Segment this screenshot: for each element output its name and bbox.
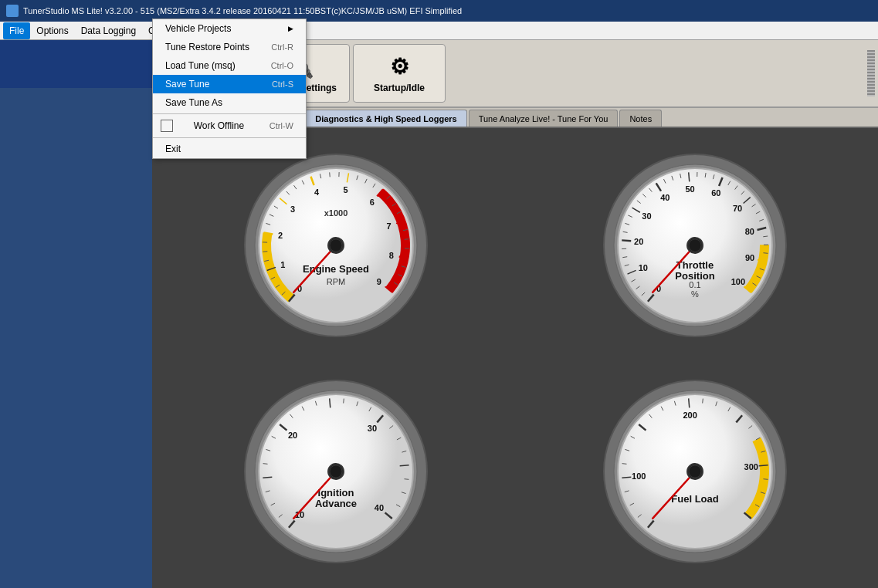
svg-text:2: 2 [278,231,283,240]
svg-line-181 [763,478,768,479]
svg-text:5: 5 [343,185,347,194]
gauge-engine-speed-container: 0123456789 x1000 Engine Speed RPM [160,136,511,354]
menu-item-save-tune[interactable]: Save Tune Ctrl-S [153,75,306,93]
gauge-fuel-load-container: 100200300 Fuel Load [519,362,870,580]
title-text: TunerStudio MS Lite! v3.2.00 - 515 (MS2/… [23,6,462,15]
svg-line-171 [688,398,689,407]
svg-text:50: 50 [685,184,694,194]
menu-separator [153,113,306,114]
menu-file[interactable]: File [3,22,30,39]
svg-text:0.1: 0.1 [689,280,700,289]
svg-line-144 [399,465,408,465]
svg-text:20: 20 [287,431,297,440]
blue-panel [0,40,152,88]
svg-text:90: 90 [745,253,754,262]
svg-text:3: 3 [290,204,295,214]
main-content: 0123456789 x1000 Engine Speed RPM [152,128,878,588]
svg-text:%: % [691,289,699,299]
svg-text:RPM: RPM [326,277,344,286]
gauge-ignition-svg: 10203040 Ignition Advance [243,379,429,564]
svg-text:80: 80 [744,227,754,236]
svg-line-145 [404,478,408,479]
svg-line-127 [263,463,267,464]
menu-item-vehicle-projects[interactable]: Vehicle Projects [153,19,306,38]
toolbar-grip[interactable] [867,50,875,96]
svg-text:Fuel Load: Fuel Load [671,493,718,505]
gauge-ignition: 10203040 Ignition Advance [243,379,429,564]
svg-point-55 [330,239,342,252]
svg-line-136 [343,398,344,403]
svg-text:8: 8 [388,250,393,259]
svg-text:10: 10 [638,262,647,272]
menu-item-exit[interactable]: Exit [153,140,306,158]
svg-text:40: 40 [374,502,383,512]
svg-text:4: 4 [314,188,319,197]
startup-idle-label: Startup/Idle [374,83,425,93]
svg-text:100: 100 [731,276,744,286]
svg-text:Ignition: Ignition [317,487,354,498]
svg-line-163 [622,463,626,464]
svg-line-102 [763,252,768,253]
menu-item-work-offline[interactable]: Work Offline Ctrl-W [153,116,306,136]
menu-separator-2 [153,137,306,138]
tab-diagnostics[interactable]: Diagnostics & High Speed Loggers [305,110,466,127]
gauges-grid: 0123456789 x1000 Engine Speed RPM [152,128,878,588]
svg-text:60: 60 [711,188,720,198]
svg-point-117 [689,239,701,252]
svg-text:30: 30 [642,211,651,221]
svg-text:7: 7 [386,221,391,231]
startup-icon: ⚙ [390,54,409,79]
svg-line-84 [688,172,689,181]
menu-item-save-tune-as[interactable]: Save Tune As [153,93,306,112]
svg-text:x1000: x1000 [324,208,347,218]
svg-line-40 [404,238,408,239]
startup-idle-button[interactable]: ⚙ Startup/Idle [353,44,446,103]
svg-point-189 [689,465,701,478]
title-bar: TunerStudio MS Lite! v3.2.00 - 515 (MS2/… [0,0,878,22]
left-panel [0,40,152,588]
app-icon [6,5,19,17]
svg-line-162 [622,477,631,478]
svg-line-10 [263,251,267,252]
svg-line-172 [702,398,703,403]
svg-text:100: 100 [632,471,646,481]
svg-line-25 [329,172,330,177]
gauge-throttle-svg: 0102030405060708090100 Throttle Position… [602,153,788,338]
gauge-fuel-load-svg: 100200300 Fuel Load [602,379,788,564]
svg-text:200: 200 [683,411,697,420]
toolbar-end [867,44,875,103]
gauge-ignition-container: 10203040 Ignition Advance [160,362,511,580]
svg-text:30: 30 [367,424,376,433]
svg-point-154 [330,465,342,478]
gauge-throttle-container: 0102030405060708090100 Throttle Position… [519,136,870,354]
svg-text:300: 300 [744,461,758,471]
svg-text:Advance: Advance [314,498,356,509]
svg-line-135 [329,398,330,407]
menu-item-tune-restore[interactable]: Tune Restore Points Ctrl-R [153,38,306,56]
menu-options[interactable]: Options [30,22,74,39]
gauge-fuel-load: 100200300 Fuel Load [602,379,788,564]
gauge-throttle: 0102030405060708090100 Throttle Position… [602,153,788,338]
file-dropdown-menu: Vehicle Projects Tune Restore Points Ctr… [152,19,307,159]
tab-notes[interactable]: Notes [619,110,662,127]
svg-text:Engine Speed: Engine Speed [303,263,369,275]
svg-line-69 [622,240,631,241]
svg-line-126 [263,477,272,478]
gauge-engine-speed: 0123456789 x1000 Engine Speed RPM [243,153,429,338]
gauge-engine-speed-svg: 0123456789 x1000 Engine Speed RPM [243,153,429,338]
svg-line-180 [758,465,768,465]
menu-data-logging[interactable]: Data Logging [75,22,142,39]
svg-text:9: 9 [376,276,381,286]
svg-text:1: 1 [280,259,285,269]
menu-bar: File Options Data Logging Communications… [0,22,878,40]
svg-text:70: 70 [732,204,741,213]
svg-text:6: 6 [369,198,374,207]
menu-item-load-tune[interactable]: Load Tune (msq) Ctrl-O [153,56,306,75]
svg-text:40: 40 [660,193,670,202]
tab-tune-analyze[interactable]: Tune Analyze Live! - Tune For You [469,110,619,127]
svg-text:20: 20 [634,236,643,245]
